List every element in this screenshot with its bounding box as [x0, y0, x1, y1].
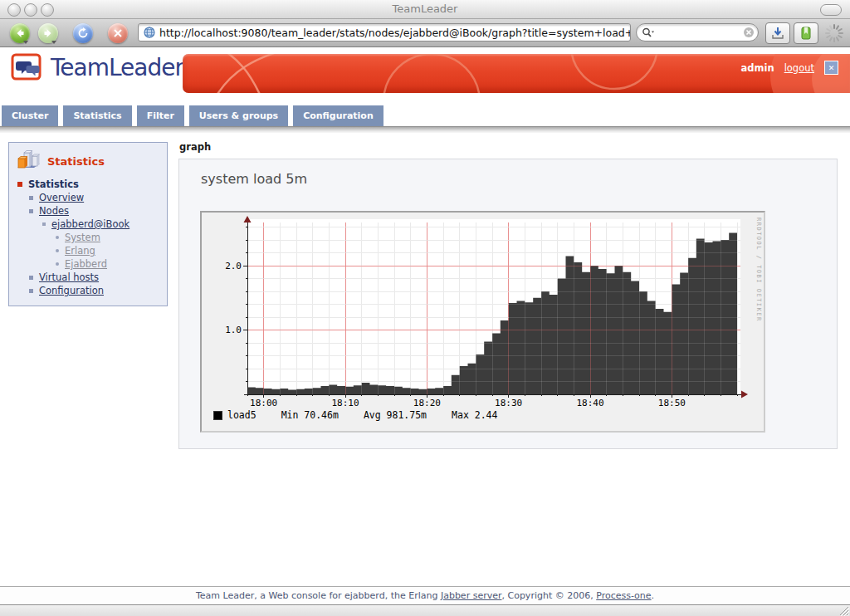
svg-text:18:40: 18:40	[576, 398, 603, 408]
tree-item-overview: Overview	[9, 191, 167, 204]
tab-filter[interactable]: Filter	[137, 105, 184, 127]
web-page: TeamLeader admin logout ✕ Cluster Statis…	[0, 47, 850, 616]
svg-text:18:30: 18:30	[495, 398, 522, 408]
site-globe-icon	[144, 27, 155, 38]
bookmarks-button[interactable]	[794, 22, 818, 44]
url-input[interactable]: http://localhost:9080/team_leader/stats/…	[138, 23, 631, 42]
bookmark-icon	[801, 27, 811, 40]
stop-x-icon	[114, 29, 122, 37]
tree-item-ejabberd: Ejabberd	[9, 257, 167, 271]
tab-statistics[interactable]: Statistics	[63, 105, 131, 127]
browser-toolbar: http://localhost:9080/team_leader/stats/…	[0, 19, 850, 47]
svg-text:2.0: 2.0	[225, 261, 242, 271]
bullet-icon	[29, 196, 33, 200]
close-session-icon[interactable]: ✕	[824, 61, 838, 75]
bullet-icon	[17, 182, 22, 187]
tree-item-system: System	[9, 231, 167, 244]
url-text: http://localhost:9080/team_leader/stats/…	[159, 27, 630, 39]
rrd-graph-image: 18:0018:1018:2018:3018:4018:501.02.0 loa…	[200, 211, 765, 433]
window-titlebar: TeamLeader	[0, 0, 850, 19]
forward-dropdown-icon[interactable]	[51, 41, 56, 44]
tree-item-erlang: Erlang	[9, 244, 167, 257]
back-arrow-icon	[15, 28, 25, 38]
rrdtool-watermark: RRDTOOL / TOBI OETIKER	[755, 218, 762, 322]
main-nav-tabs: Cluster Statistics Filter Users & groups…	[2, 105, 383, 127]
reload-icon	[77, 27, 89, 39]
jabber-server-link[interactable]: Jabber server	[441, 590, 502, 601]
search-input[interactable]	[636, 23, 759, 42]
bullet-icon	[56, 249, 59, 252]
svg-text:18:50: 18:50	[658, 398, 686, 408]
footer-text: Team Leader, a Web console for ejabberd,…	[196, 590, 441, 601]
footer-text: , Copyright © 2006,	[501, 590, 596, 601]
back-dropdown-icon[interactable]	[23, 41, 28, 44]
bullet-icon	[56, 236, 59, 239]
graph-title: system load 5m	[201, 171, 307, 187]
page-footer: Team Leader, a Web console for ejabberd,…	[0, 586, 850, 605]
tree-item-configuration: Configuration	[9, 284, 167, 297]
sidebar: Statistics Statistics Overview Nodes eja…	[8, 142, 168, 306]
stop-button[interactable]	[108, 23, 128, 43]
tree-item-statistics: Statistics	[9, 178, 167, 191]
window-title: TeamLeader	[0, 2, 850, 15]
sidebar-tree: Statistics Overview Nodes ejabberd@iBook…	[9, 178, 167, 297]
rrd-chart-svg: 18:0018:1018:2018:3018:4018:501.02.0	[202, 213, 764, 431]
breadcrumb: graph	[179, 141, 211, 153]
forward-arrow-icon	[43, 28, 53, 38]
bullet-icon	[42, 222, 46, 226]
resize-grip[interactable]	[838, 605, 849, 616]
download-arrow-icon	[772, 27, 784, 40]
svg-text:1.0: 1.0	[225, 325, 242, 335]
bullet-icon	[56, 262, 59, 266]
logged-in-user: admin	[741, 62, 774, 74]
tree-item-nodes: Nodes	[9, 204, 167, 218]
svg-text:18:10: 18:10	[331, 398, 359, 408]
logo-bubbles-icon	[11, 52, 44, 82]
legend-series: load5	[227, 409, 256, 421]
tab-divider-strip	[0, 126, 850, 133]
footer-text: .	[652, 590, 655, 601]
logo-text: TeamLeader	[51, 54, 183, 81]
tree-item-ejabberd-ibook: ejabberd@iBook	[9, 218, 167, 231]
legend-avg: Avg 981.75m	[364, 409, 427, 421]
bullet-icon	[29, 209, 33, 213]
browser-window: TeamLeader http:	[0, 0, 850, 616]
search-clear-icon[interactable]	[743, 27, 755, 38]
legend-min: Min 70.46m	[281, 409, 339, 421]
process-one-link[interactable]: Process-one	[596, 590, 651, 601]
graph-panel: system load 5m 18:0018:1018:2018:3018:40…	[178, 159, 838, 449]
legend-swatch-icon	[213, 411, 222, 420]
toolbar-toggle-pill[interactable]	[820, 4, 842, 16]
bullet-icon	[29, 289, 33, 293]
bullet-icon	[29, 276, 33, 280]
statistics-chart-icon	[16, 149, 41, 173]
legend-max: Max 2.44	[452, 409, 497, 421]
reload-button[interactable]	[73, 23, 93, 43]
app-logo: TeamLeader	[11, 52, 183, 82]
chart-legend: load5 Min 70.46m Avg 981.75m Max 2.44	[213, 409, 497, 421]
downloads-button[interactable]	[765, 22, 790, 44]
svg-text:18:20: 18:20	[413, 398, 441, 408]
browser-status-bar	[0, 604, 850, 616]
tab-cluster[interactable]: Cluster	[2, 105, 58, 127]
tab-users-groups[interactable]: Users & groups	[189, 105, 288, 127]
logout-link[interactable]: logout	[784, 62, 814, 74]
search-icon	[642, 27, 655, 38]
tree-item-virtual-hosts: Virtual hosts	[9, 271, 167, 284]
svg-text:18:00: 18:00	[250, 398, 277, 408]
sidebar-title: Statistics	[47, 155, 105, 168]
tab-configuration[interactable]: Configuration	[293, 105, 383, 127]
loading-spinner-icon	[824, 23, 844, 46]
